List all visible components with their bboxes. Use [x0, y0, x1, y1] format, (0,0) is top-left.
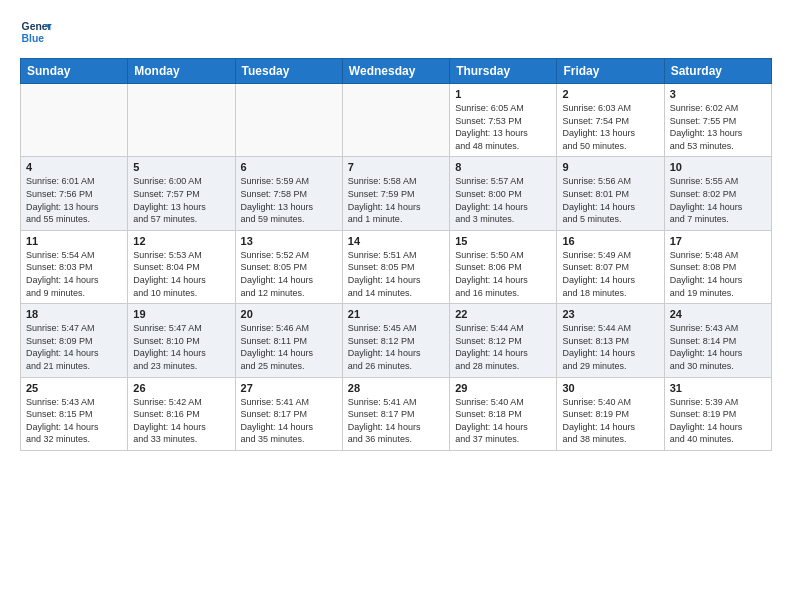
day-info: Sunrise: 5:39 AMSunset: 8:19 PMDaylight:… [670, 396, 766, 446]
logo-icon: General Blue [20, 16, 52, 48]
calendar-cell: 5Sunrise: 6:00 AMSunset: 7:57 PMDaylight… [128, 157, 235, 230]
day-info: Sunrise: 5:52 AMSunset: 8:05 PMDaylight:… [241, 249, 337, 299]
day-number: 24 [670, 308, 766, 320]
day-number: 1 [455, 88, 551, 100]
weekday-header-thursday: Thursday [450, 59, 557, 84]
day-info: Sunrise: 5:41 AMSunset: 8:17 PMDaylight:… [241, 396, 337, 446]
day-info: Sunrise: 5:41 AMSunset: 8:17 PMDaylight:… [348, 396, 444, 446]
day-info: Sunrise: 5:53 AMSunset: 8:04 PMDaylight:… [133, 249, 229, 299]
calendar-cell: 27Sunrise: 5:41 AMSunset: 8:17 PMDayligh… [235, 377, 342, 450]
calendar-cell: 12Sunrise: 5:53 AMSunset: 8:04 PMDayligh… [128, 230, 235, 303]
calendar-cell: 17Sunrise: 5:48 AMSunset: 8:08 PMDayligh… [664, 230, 771, 303]
calendar-cell: 26Sunrise: 5:42 AMSunset: 8:16 PMDayligh… [128, 377, 235, 450]
calendar-cell: 13Sunrise: 5:52 AMSunset: 8:05 PMDayligh… [235, 230, 342, 303]
day-info: Sunrise: 5:57 AMSunset: 8:00 PMDaylight:… [455, 175, 551, 225]
calendar-cell: 20Sunrise: 5:46 AMSunset: 8:11 PMDayligh… [235, 304, 342, 377]
weekday-header-row: SundayMondayTuesdayWednesdayThursdayFrid… [21, 59, 772, 84]
calendar-cell [21, 84, 128, 157]
logo: General Blue [20, 16, 52, 48]
day-number: 2 [562, 88, 658, 100]
calendar-cell: 4Sunrise: 6:01 AMSunset: 7:56 PMDaylight… [21, 157, 128, 230]
day-number: 26 [133, 382, 229, 394]
calendar-cell: 22Sunrise: 5:44 AMSunset: 8:12 PMDayligh… [450, 304, 557, 377]
day-info: Sunrise: 5:42 AMSunset: 8:16 PMDaylight:… [133, 396, 229, 446]
calendar-week-3: 11Sunrise: 5:54 AMSunset: 8:03 PMDayligh… [21, 230, 772, 303]
calendar-cell: 19Sunrise: 5:47 AMSunset: 8:10 PMDayligh… [128, 304, 235, 377]
day-number: 15 [455, 235, 551, 247]
day-number: 28 [348, 382, 444, 394]
weekday-header-friday: Friday [557, 59, 664, 84]
day-number: 6 [241, 161, 337, 173]
calendar-cell: 10Sunrise: 5:55 AMSunset: 8:02 PMDayligh… [664, 157, 771, 230]
calendar-cell: 1Sunrise: 6:05 AMSunset: 7:53 PMDaylight… [450, 84, 557, 157]
calendar-week-2: 4Sunrise: 6:01 AMSunset: 7:56 PMDaylight… [21, 157, 772, 230]
day-info: Sunrise: 5:43 AMSunset: 8:14 PMDaylight:… [670, 322, 766, 372]
day-number: 5 [133, 161, 229, 173]
day-info: Sunrise: 5:44 AMSunset: 8:13 PMDaylight:… [562, 322, 658, 372]
day-info: Sunrise: 6:00 AMSunset: 7:57 PMDaylight:… [133, 175, 229, 225]
calendar-cell: 31Sunrise: 5:39 AMSunset: 8:19 PMDayligh… [664, 377, 771, 450]
calendar-week-5: 25Sunrise: 5:43 AMSunset: 8:15 PMDayligh… [21, 377, 772, 450]
calendar-cell: 9Sunrise: 5:56 AMSunset: 8:01 PMDaylight… [557, 157, 664, 230]
day-number: 22 [455, 308, 551, 320]
page: General Blue SundayMondayTuesdayWednesda… [0, 0, 792, 467]
day-info: Sunrise: 5:47 AMSunset: 8:09 PMDaylight:… [26, 322, 122, 372]
calendar-cell: 30Sunrise: 5:40 AMSunset: 8:19 PMDayligh… [557, 377, 664, 450]
day-number: 3 [670, 88, 766, 100]
day-info: Sunrise: 6:02 AMSunset: 7:55 PMDaylight:… [670, 102, 766, 152]
day-number: 13 [241, 235, 337, 247]
calendar-cell: 14Sunrise: 5:51 AMSunset: 8:05 PMDayligh… [342, 230, 449, 303]
day-info: Sunrise: 5:54 AMSunset: 8:03 PMDaylight:… [26, 249, 122, 299]
weekday-header-tuesday: Tuesday [235, 59, 342, 84]
day-info: Sunrise: 5:40 AMSunset: 8:18 PMDaylight:… [455, 396, 551, 446]
svg-text:Blue: Blue [22, 33, 45, 44]
day-info: Sunrise: 5:49 AMSunset: 8:07 PMDaylight:… [562, 249, 658, 299]
day-number: 16 [562, 235, 658, 247]
calendar-cell: 18Sunrise: 5:47 AMSunset: 8:09 PMDayligh… [21, 304, 128, 377]
day-number: 11 [26, 235, 122, 247]
header: General Blue [20, 16, 772, 48]
calendar-cell: 11Sunrise: 5:54 AMSunset: 8:03 PMDayligh… [21, 230, 128, 303]
day-number: 12 [133, 235, 229, 247]
day-info: Sunrise: 5:40 AMSunset: 8:19 PMDaylight:… [562, 396, 658, 446]
day-info: Sunrise: 5:45 AMSunset: 8:12 PMDaylight:… [348, 322, 444, 372]
day-number: 14 [348, 235, 444, 247]
calendar-week-4: 18Sunrise: 5:47 AMSunset: 8:09 PMDayligh… [21, 304, 772, 377]
day-number: 17 [670, 235, 766, 247]
calendar-cell: 29Sunrise: 5:40 AMSunset: 8:18 PMDayligh… [450, 377, 557, 450]
day-info: Sunrise: 5:58 AMSunset: 7:59 PMDaylight:… [348, 175, 444, 225]
day-info: Sunrise: 5:59 AMSunset: 7:58 PMDaylight:… [241, 175, 337, 225]
weekday-header-saturday: Saturday [664, 59, 771, 84]
day-number: 31 [670, 382, 766, 394]
day-number: 30 [562, 382, 658, 394]
day-number: 9 [562, 161, 658, 173]
day-number: 27 [241, 382, 337, 394]
day-info: Sunrise: 5:50 AMSunset: 8:06 PMDaylight:… [455, 249, 551, 299]
calendar-cell: 7Sunrise: 5:58 AMSunset: 7:59 PMDaylight… [342, 157, 449, 230]
calendar-cell [342, 84, 449, 157]
day-info: Sunrise: 5:44 AMSunset: 8:12 PMDaylight:… [455, 322, 551, 372]
day-number: 18 [26, 308, 122, 320]
calendar-week-1: 1Sunrise: 6:05 AMSunset: 7:53 PMDaylight… [21, 84, 772, 157]
day-number: 8 [455, 161, 551, 173]
calendar-cell [235, 84, 342, 157]
day-number: 10 [670, 161, 766, 173]
calendar-cell: 24Sunrise: 5:43 AMSunset: 8:14 PMDayligh… [664, 304, 771, 377]
day-info: Sunrise: 6:05 AMSunset: 7:53 PMDaylight:… [455, 102, 551, 152]
day-info: Sunrise: 5:48 AMSunset: 8:08 PMDaylight:… [670, 249, 766, 299]
day-info: Sunrise: 5:51 AMSunset: 8:05 PMDaylight:… [348, 249, 444, 299]
day-number: 4 [26, 161, 122, 173]
weekday-header-wednesday: Wednesday [342, 59, 449, 84]
calendar-cell: 6Sunrise: 5:59 AMSunset: 7:58 PMDaylight… [235, 157, 342, 230]
day-number: 19 [133, 308, 229, 320]
weekday-header-sunday: Sunday [21, 59, 128, 84]
calendar-cell [128, 84, 235, 157]
day-number: 23 [562, 308, 658, 320]
calendar-cell: 3Sunrise: 6:02 AMSunset: 7:55 PMDaylight… [664, 84, 771, 157]
calendar-cell: 23Sunrise: 5:44 AMSunset: 8:13 PMDayligh… [557, 304, 664, 377]
day-number: 29 [455, 382, 551, 394]
calendar-cell: 21Sunrise: 5:45 AMSunset: 8:12 PMDayligh… [342, 304, 449, 377]
day-info: Sunrise: 6:01 AMSunset: 7:56 PMDaylight:… [26, 175, 122, 225]
day-number: 20 [241, 308, 337, 320]
calendar-cell: 28Sunrise: 5:41 AMSunset: 8:17 PMDayligh… [342, 377, 449, 450]
